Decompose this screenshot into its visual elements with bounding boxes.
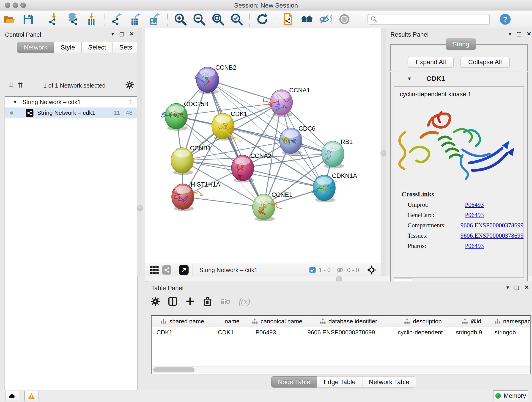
network-row[interactable]: String Network – cdk1 11 48	[5, 108, 137, 118]
export-network-icon[interactable]	[110, 12, 124, 26]
crosslink-link[interactable]: P06493	[465, 201, 484, 208]
table-row[interactable]: CDK1CDK1P064939606.ENSP00000378699cyclin…	[152, 327, 530, 338]
column-header[interactable]: description	[394, 316, 452, 327]
share-document-icon[interactable]	[281, 12, 295, 26]
column-header[interactable]: namespace	[491, 316, 531, 327]
left-splitter-grip[interactable]	[137, 205, 143, 211]
table-options-gear-icon[interactable]	[151, 297, 160, 306]
memory-button[interactable]: Memory	[493, 390, 528, 401]
add-column-icon[interactable]	[186, 297, 195, 306]
warnings-button[interactable]	[24, 391, 38, 401]
import-network-file-icon[interactable]	[47, 12, 61, 26]
network-node[interactable]: RB1	[322, 138, 353, 168]
scrollbar-thumb[interactable]	[153, 367, 195, 372]
zoom-in-icon[interactable]	[173, 12, 187, 26]
gene-section-header[interactable]: ▼ CDK1	[391, 72, 527, 85]
network-node[interactable]: CCNA1	[264, 87, 310, 117]
tree-expander-icon[interactable]: ▼	[13, 99, 17, 105]
tab-style[interactable]: Style	[54, 42, 82, 53]
string-view-icon[interactable]	[162, 265, 171, 274]
node-label: HIST1H1A	[191, 181, 220, 188]
panel-close-icon[interactable]: ✕	[129, 31, 134, 37]
zoom-fit-icon[interactable]	[211, 12, 225, 26]
tab-node-table[interactable]: Node Table	[271, 376, 317, 388]
network-options-gear-icon[interactable]	[126, 81, 134, 89]
table-cell[interactable]: stringdb	[490, 327, 531, 338]
column-header[interactable]: shared name	[152, 316, 213, 327]
column-header[interactable]: @id	[452, 316, 491, 327]
panel-menu-icon[interactable]: ▾	[509, 31, 511, 37]
zoom-selected-icon[interactable]	[230, 12, 244, 26]
network-node[interactable]: CCNB1	[171, 145, 211, 175]
tab-network[interactable]: Network	[17, 42, 54, 53]
column-header[interactable]: canonical name	[251, 316, 303, 327]
crosslink-link[interactable]: 9606.ENSP00000378699	[461, 222, 524, 229]
left-splitter[interactable]	[137, 28, 142, 276]
table-cell[interactable]: 9606.ENSP00000378699	[303, 327, 393, 338]
crosslink-link[interactable]: P06493	[465, 242, 484, 249]
birdseye-toggle-icon[interactable]	[337, 12, 351, 26]
table-cell[interactable]: P06493	[251, 327, 303, 338]
column-header[interactable]: database identifier	[303, 316, 394, 327]
show-columns-icon[interactable]	[168, 297, 177, 306]
open-session-icon[interactable]	[2, 12, 17, 26]
function-builder-icon[interactable]: f(x)	[239, 297, 250, 306]
table-cell[interactable]: CDK1	[213, 327, 251, 338]
tab-sets[interactable]: Sets	[113, 42, 139, 53]
automation-cloud-button[interactable]	[5, 391, 19, 401]
panel-float-icon[interactable]: ▢	[516, 31, 522, 37]
delete-column-icon[interactable]	[203, 297, 212, 306]
column-header[interactable]: name	[213, 316, 251, 327]
delete-table-icon[interactable]	[220, 298, 230, 305]
network-node[interactable]: HIST1H1A	[172, 181, 220, 211]
save-session-icon[interactable]	[21, 12, 35, 26]
panel-close-icon[interactable]: ✕	[525, 285, 529, 290]
network-node[interactable]: CCNE1	[253, 191, 293, 221]
network-node[interactable]: CCNA2	[231, 153, 272, 182]
network-node[interactable]: CCNB2	[195, 64, 236, 94]
panel-float-icon[interactable]: ▢	[119, 31, 124, 37]
birdseye-grid-icon[interactable]	[150, 265, 159, 274]
network-node[interactable]: CDKN1A	[312, 172, 357, 202]
search-input[interactable]	[367, 14, 490, 25]
node-label: CCNE1	[272, 191, 293, 198]
fit-content-crosshair-icon[interactable]	[367, 265, 377, 275]
crosslink-link[interactable]: 9606.ENSP00000378699	[461, 232, 524, 239]
home-pages-icon[interactable]	[300, 12, 314, 26]
crosslink-link[interactable]: P06493	[465, 211, 484, 219]
export-table-icon[interactable]	[129, 12, 143, 26]
collapse-all-button[interactable]: Collapse All	[461, 57, 510, 67]
network-collection-row[interactable]: ▼ String Network – cdk1 1	[5, 97, 137, 108]
refresh-layout-icon[interactable]	[255, 12, 269, 26]
table-cell[interactable]: stringdb:9...	[451, 327, 490, 338]
collapse-all-icon[interactable]: ⇊	[8, 81, 14, 89]
crosslink-label: Tissues:	[408, 232, 461, 239]
tab-string[interactable]: String	[446, 38, 476, 50]
panel-float-icon[interactable]: ▢	[514, 285, 519, 290]
panel-menu-icon[interactable]: ▾	[111, 31, 114, 37]
table-cell[interactable]: cyclin-dependent ...	[393, 327, 451, 338]
tab-edge-table[interactable]: Edge Table	[317, 376, 362, 388]
tab-network-table[interactable]: Network Table	[362, 376, 416, 388]
import-network-database-icon[interactable]	[65, 12, 80, 26]
hidden-eye-icon[interactable]	[336, 267, 344, 274]
import-table-file-icon[interactable]	[84, 12, 99, 26]
selected-checkbox-icon[interactable]	[309, 267, 316, 274]
zoom-out-icon[interactable]	[192, 12, 206, 26]
panel-close-icon[interactable]: ✕	[527, 31, 531, 37]
network-canvas[interactable]: CCNB2CCNA1CDC25BCDK1CDC6RB1CCNB1CCNA2CDK…	[145, 28, 381, 263]
control-panel-title: Control Panel	[5, 31, 41, 38]
expand-all-icon[interactable]: ⇈	[17, 81, 23, 89]
tab-select[interactable]: Select	[82, 42, 113, 53]
table-cell[interactable]: CDK1	[152, 327, 213, 338]
network-node[interactable]: CDC25B	[162, 101, 209, 131]
help-icon[interactable]: ?	[498, 12, 512, 26]
export-image-icon[interactable]	[147, 12, 162, 26]
right-splitter[interactable]	[381, 28, 386, 276]
show-hide-graphics-icon[interactable]	[318, 12, 333, 26]
panel-menu-icon[interactable]: ▾	[506, 285, 509, 290]
table-horizontal-scrollbar[interactable]	[152, 366, 530, 373]
section-expander-icon[interactable]: ▼	[407, 76, 412, 81]
open-in-window-icon[interactable]	[179, 265, 189, 275]
expand-all-button[interactable]: Expand All	[408, 57, 454, 67]
